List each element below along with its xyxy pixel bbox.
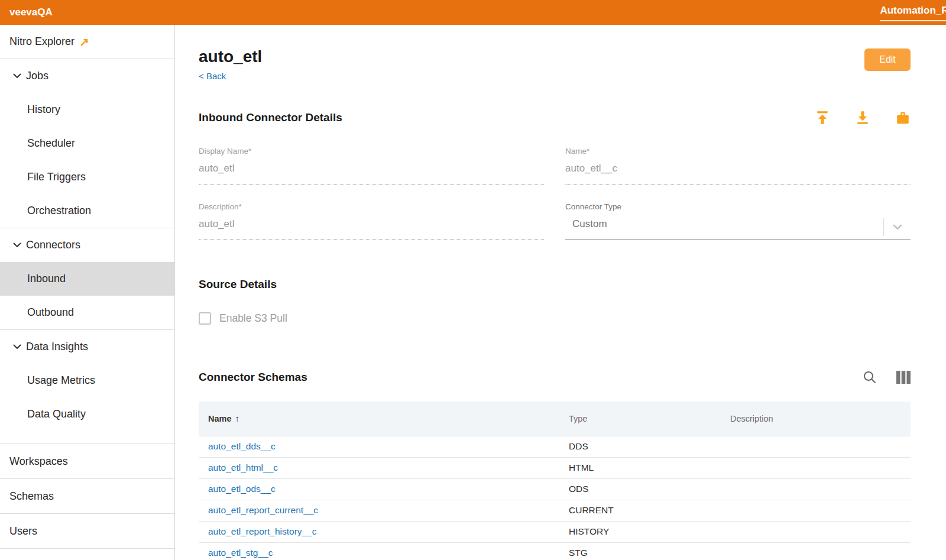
edit-button[interactable]: Edit — [864, 48, 911, 71]
schema-description — [729, 542, 911, 560]
source-details-heading: Source Details — [199, 278, 911, 291]
sidebar-group-jobs[interactable]: Jobs — [0, 59, 174, 93]
brand-logo: veevaQA — [0, 7, 53, 18]
sidebar-item-users[interactable]: Users — [0, 514, 174, 549]
schema-description — [729, 478, 911, 500]
column-header-name[interactable]: Name↑ — [199, 402, 568, 436]
column-header-label: Description — [730, 414, 773, 423]
schema-type: HISTORY — [568, 521, 729, 542]
table-row: auto_etl_report_history__c HISTORY — [199, 521, 911, 542]
briefcase-icon[interactable] — [895, 110, 911, 125]
select-caret-box[interactable] — [883, 218, 911, 236]
schema-link[interactable]: auto_etl_ods__c — [208, 484, 276, 494]
connector-type-select[interactable]: Custom — [565, 218, 911, 240]
sidebar-group-label: Jobs — [26, 70, 48, 82]
sidebar-item-label: Schemas — [9, 490, 54, 503]
schema-link[interactable]: auto_etl_report_current__c — [208, 505, 318, 515]
sidebar-item-label: Usage Metrics — [27, 374, 95, 387]
display-name-field: Display Name* auto_etl — [199, 147, 544, 184]
sidebar-item-label: File Triggers — [27, 171, 86, 183]
sidebar-item-schemas[interactable]: Schemas — [0, 479, 174, 514]
chevron-down-icon — [13, 242, 21, 248]
sidebar-group-label: Data Insights — [26, 341, 88, 353]
schema-type: HTML — [568, 457, 729, 478]
description-label: Description* — [199, 202, 544, 211]
schema-link[interactable]: auto_etl_report_history__c — [208, 526, 317, 536]
column-header-description[interactable]: Description — [729, 402, 911, 436]
sidebar-item-nitro-explorer[interactable]: Nitro Explorer ↗ — [0, 25, 174, 59]
back-link[interactable]: < Back — [199, 71, 226, 81]
main-content: auto_etl < Back Edit Inbound Connector D… — [175, 25, 946, 560]
schema-description — [729, 457, 911, 478]
display-name-label: Display Name* — [199, 147, 544, 156]
sidebar-item-label: Data Quality — [27, 408, 86, 420]
schema-description — [729, 436, 911, 457]
sidebar-item-outbound[interactable]: Outbound — [0, 296, 174, 329]
schema-link[interactable]: auto_etl_stg__c — [208, 548, 273, 558]
connector-type-label: Connector Type — [565, 202, 911, 211]
schema-type: STG — [568, 542, 729, 560]
table-row: auto_etl_stg__c STG — [199, 542, 911, 560]
sort-ascending-icon[interactable]: ↑ — [235, 413, 240, 423]
sidebar-item-workspaces[interactable]: Workspaces — [0, 444, 174, 479]
table-row: auto_etl_ods__c ODS — [199, 478, 911, 500]
table-row: auto_etl_report_current__c CURRENT — [199, 500, 911, 521]
description-value: auto_etl — [199, 218, 544, 240]
schema-link[interactable]: auto_etl_dds__c — [208, 441, 276, 451]
upload-icon[interactable] — [815, 110, 830, 125]
enable-s3-pull-label: Enable S3 Pull — [219, 312, 287, 325]
sidebar-item-history[interactable]: History — [0, 93, 174, 127]
column-header-type[interactable]: Type — [568, 402, 729, 436]
connector-type-field: Connector Type Custom — [565, 202, 911, 240]
description-field: Description* auto_etl — [199, 202, 544, 240]
column-header-label: Type — [569, 414, 587, 423]
sidebar: Nitro Explorer ↗ Jobs History Scheduler … — [0, 25, 175, 560]
chevron-down-icon — [13, 73, 21, 79]
schema-description — [729, 500, 911, 521]
external-link-icon: ↗ — [79, 36, 89, 48]
inbound-connector-details-heading: Inbound Connector Details — [199, 111, 342, 124]
sidebar-item-data-quality[interactable]: Data Quality — [0, 397, 174, 431]
name-label: Name* — [565, 147, 911, 156]
search-icon[interactable] — [863, 371, 876, 384]
sidebar-item-usage-metrics[interactable]: Usage Metrics — [0, 364, 174, 397]
top-nav-item[interactable]: Automation_Re — [880, 5, 946, 21]
sidebar-group-label: Connectors — [26, 239, 80, 251]
chevron-down-icon — [13, 344, 21, 349]
sidebar-group-data-insights[interactable]: Data Insights — [0, 330, 174, 364]
enable-s3-pull-row: Enable S3 Pull — [199, 312, 911, 325]
sidebar-item-label: Scheduler — [27, 137, 75, 150]
sidebar-item-label: Inbound — [27, 273, 66, 285]
table-row: auto_etl_html__c HTML — [199, 457, 911, 478]
sidebar-item-scheduler[interactable]: Scheduler — [0, 127, 174, 160]
table-header-row: Name↑ Type Description — [199, 402, 911, 436]
sidebar-group-connectors[interactable]: Connectors — [0, 228, 174, 262]
table-row: auto_etl_dds__c DDS — [199, 436, 911, 457]
sidebar-item-label: Users — [9, 525, 37, 538]
name-field: Name* auto_etl__c — [565, 147, 911, 184]
sidebar-item-orchestration[interactable]: Orchestration — [0, 194, 174, 228]
connector-schemas-heading: Connector Schemas — [199, 371, 307, 384]
chevron-down-icon — [893, 224, 902, 230]
sidebar-item-label: Outbound — [27, 306, 74, 319]
name-value: auto_etl__c — [565, 163, 911, 184]
nitro-explorer-label: Nitro Explorer — [9, 35, 74, 48]
schema-type: DDS — [568, 436, 729, 457]
sidebar-item-file-triggers[interactable]: File Triggers — [0, 160, 174, 194]
schema-type: CURRENT — [568, 500, 729, 521]
download-icon[interactable] — [855, 110, 870, 125]
columns-icon[interactable] — [896, 371, 911, 384]
sidebar-root-section: Workspaces Schemas Users — [0, 444, 174, 549]
page-title: auto_etl — [199, 47, 262, 66]
schema-type: ODS — [568, 478, 729, 500]
top-bar: veevaQA Automation_Re — [0, 0, 946, 25]
sidebar-item-label: Orchestration — [27, 205, 91, 217]
schema-description — [729, 521, 911, 542]
enable-s3-pull-checkbox[interactable] — [199, 312, 211, 325]
column-header-label: Name — [208, 414, 232, 423]
sidebar-item-inbound[interactable]: Inbound — [0, 262, 174, 296]
connector-schemas-table: Name↑ Type Description auto_etl_dds__c D… — [199, 402, 911, 560]
sidebar-item-label: History — [27, 103, 60, 116]
connector-type-value: Custom — [565, 218, 883, 239]
schema-link[interactable]: auto_etl_html__c — [208, 462, 278, 472]
